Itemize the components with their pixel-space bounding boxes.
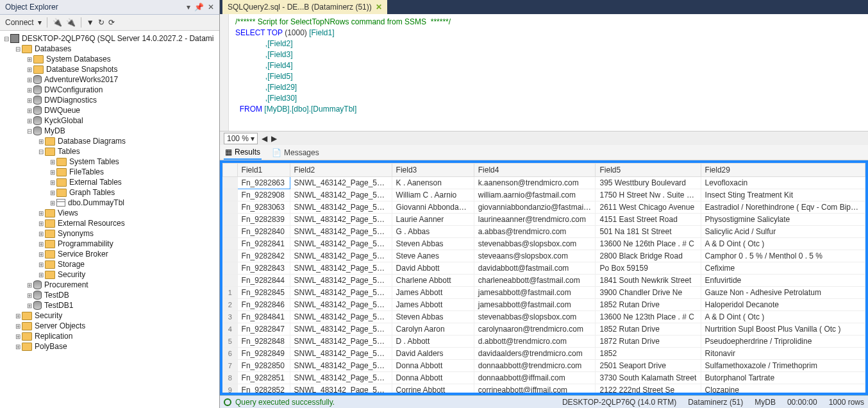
- toolbar-icon[interactable]: ⟳: [108, 18, 115, 27]
- cell[interactable]: jamesabbott@fastmail.com: [474, 299, 596, 311]
- expander-icon[interactable]: ⊞: [49, 179, 56, 186]
- cell[interactable]: davidaalders@trendmicro.com: [474, 348, 596, 360]
- cell[interactable]: SNWL_483142_Page_5659: [290, 323, 392, 336]
- table-row[interactable]: 2Fn_9282846SNWL_483142_Page_5658James Ab…: [223, 299, 865, 311]
- expander-icon[interactable]: ⊟: [26, 128, 33, 135]
- table-row[interactable]: Fn_9282841SNWL_483142_Page_5658Steven Ab…: [223, 238, 865, 250]
- cell[interactable]: Fn_9282908: [237, 189, 290, 201]
- cell[interactable]: 501 Na 181 St Street: [596, 226, 701, 238]
- cell[interactable]: Laurie Aanner: [392, 214, 474, 226]
- expander-icon[interactable]: ⊞: [14, 323, 22, 330]
- expander-icon[interactable]: ⊟: [3, 35, 10, 42]
- cell[interactable]: william.aarnio@fastmail.com: [474, 189, 596, 201]
- cell[interactable]: carolynaaron@trendmicro.com: [474, 323, 596, 336]
- table-row[interactable]: 3Fn_9284841SNWL_483142_Page_5658Steven A…: [223, 311, 865, 323]
- tree-node[interactable]: ⊞Views: [0, 208, 219, 218]
- cell[interactable]: 13600 Ne 123th Place . # C: [596, 311, 701, 323]
- cell[interactable]: Fn_9282850: [237, 360, 290, 372]
- cell[interactable]: Eastradiol / Norethindrone ( Eqv - Com B…: [701, 201, 865, 214]
- tree-node[interactable]: ⊞Programmability: [0, 239, 219, 249]
- table-row[interactable]: Fn_9282844SNWL_483142_Page_5658Charlene …: [223, 275, 865, 287]
- cell[interactable]: 1872 Rutan Drive: [596, 336, 701, 348]
- cell[interactable]: Butorphanol Tartrate: [701, 372, 865, 384]
- tree-server-node[interactable]: ⊟ DESKTOP-2QLP76Q (SQL Server 14.0.2027.…: [0, 33, 219, 44]
- messages-tab[interactable]: 📄 Messages: [271, 146, 321, 159]
- connect-button[interactable]: Connect: [5, 18, 34, 27]
- column-header[interactable]: Field4: [474, 164, 596, 177]
- cell[interactable]: 13600 Ne 126th Place . # C: [596, 238, 701, 250]
- cell[interactable]: 1852 Rutan Drive: [596, 323, 701, 336]
- table-row[interactable]: Fn_9282863SNWL_463142_Page_5661K . Aanen…: [223, 177, 865, 189]
- pin-icon[interactable]: 📌: [194, 3, 204, 12]
- expander-icon[interactable]: ⊞: [37, 251, 45, 258]
- cell[interactable]: Steven Abbas: [392, 238, 474, 250]
- tree-node[interactable]: ⊞dbo.DummayTbl: [0, 198, 219, 208]
- cell[interactable]: 2122 222nd Street Se: [596, 384, 701, 396]
- expander-icon[interactable]: ⊞: [26, 87, 33, 94]
- toolbar-icon[interactable]: 🔌: [53, 18, 62, 27]
- tree-node[interactable]: ⊞Security: [0, 269, 219, 280]
- toolbar-icon[interactable]: 🔌: [66, 18, 76, 27]
- cell[interactable]: Salicylic Acid / Sulfur: [701, 226, 865, 238]
- cell[interactable]: Ritonavir: [701, 348, 865, 360]
- cell[interactable]: SNWL_483142_Page_5658: [290, 275, 392, 287]
- cell[interactable]: G . Abbas: [392, 226, 474, 238]
- table-row[interactable]: Fn_9282843SNWL_483142_Page_5658David Abb…: [223, 262, 865, 275]
- table-row[interactable]: 1Fn_9282845SNWL_483142_Page_5658James Ab…: [223, 287, 865, 299]
- tree-node[interactable]: ⊟Tables: [0, 146, 219, 157]
- tree-node[interactable]: ⊞External Resources: [0, 218, 219, 228]
- cell[interactable]: Insect Sting Treatment Kit: [701, 189, 865, 201]
- expander-icon[interactable]: ⊞: [26, 97, 33, 104]
- cell[interactable]: Physostigmine Salicylate: [701, 214, 865, 226]
- expander-icon[interactable]: ⊞: [14, 333, 22, 340]
- results-grid[interactable]: Field1Field2Field3Field4Field5Field29 Fn…: [222, 163, 865, 395]
- cell[interactable]: stevenabbas@slopsbox.com: [474, 238, 596, 250]
- dropdown-icon[interactable]: ▾: [187, 3, 190, 12]
- expander-icon[interactable]: ⊞: [49, 169, 56, 176]
- sql-editor[interactable]: /****** Script for SelectTopNRows comman…: [220, 14, 868, 131]
- cell[interactable]: SNWL_483142_Page_5659: [290, 336, 392, 348]
- cell[interactable]: Fn_9282851: [237, 372, 290, 384]
- cell[interactable]: SNWL_483142_Page_5658: [290, 287, 392, 299]
- cell[interactable]: steveaans@slopsbox.com: [474, 250, 596, 262]
- tree-node[interactable]: ⊞Procurement: [0, 280, 219, 290]
- table-row[interactable]: Fn_9282839SNWL_483142_Page_5658Laurie Aa…: [223, 214, 865, 226]
- tree-node[interactable]: ⊞TestDB: [0, 290, 219, 300]
- expander-icon[interactable]: ⊟: [37, 148, 45, 155]
- cell[interactable]: Fn_9282843: [237, 262, 290, 275]
- tree-node[interactable]: ⊞Service Broker: [0, 249, 219, 259]
- cell[interactable]: SNWL_483142_Page_5658: [290, 250, 392, 262]
- expander-icon[interactable]: ⊞: [37, 230, 45, 237]
- tab-close-icon[interactable]: ✕: [376, 3, 382, 12]
- cell[interactable]: SNWL_483142_Page_5659: [290, 372, 392, 384]
- cell[interactable]: donnaabbott@trendmicro.com: [474, 360, 596, 372]
- nav-prev-icon[interactable]: ◀: [262, 134, 267, 143]
- column-header[interactable]: Field29: [701, 164, 865, 177]
- zoom-select[interactable]: 100 % ▾: [224, 133, 258, 144]
- table-row[interactable]: Fn_9283063SNWL_483142_Page_5588Giovanni …: [223, 201, 865, 214]
- cell[interactable]: 3730 South Kalamath Street: [596, 372, 701, 384]
- cell[interactable]: SNWL_483142_Page_5658: [290, 226, 392, 238]
- cell[interactable]: Donna Abbott: [392, 372, 474, 384]
- cell[interactable]: Clozapine: [701, 384, 865, 396]
- tree-node[interactable]: ⊞Graph Tables: [0, 187, 219, 198]
- cell[interactable]: a.abbas@trendmicro.com: [474, 226, 596, 238]
- tree-node[interactable]: ⊞AdventureWorks2017: [0, 74, 219, 85]
- cell[interactable]: James Abbott: [392, 299, 474, 311]
- cell[interactable]: SNWL_483142_Page_5588: [290, 201, 392, 214]
- cell[interactable]: 1852: [596, 348, 701, 360]
- cell[interactable]: Sulfamethoxazole / Trimethoprim: [701, 360, 865, 372]
- cell[interactable]: 3900 Chandler Drive Ne: [596, 287, 701, 299]
- cell[interactable]: Po Box 59159: [596, 262, 701, 275]
- tree-node[interactable]: ⊞DWConfiguration: [0, 85, 219, 95]
- cell[interactable]: Giovanni Abbondanzio: [392, 201, 474, 214]
- expander-icon[interactable]: ⊞: [26, 107, 33, 114]
- cell[interactable]: Corrine Abbott: [392, 384, 474, 396]
- cell[interactable]: William C . Aarnio: [392, 189, 474, 201]
- cell[interactable]: 2800 Black Bridge Road: [596, 250, 701, 262]
- editor-code[interactable]: /****** Script for SelectTopNRows comman…: [229, 14, 868, 131]
- tree-node[interactable]: ⊞Replication: [0, 331, 219, 341]
- cell[interactable]: Fn_9282839: [237, 214, 290, 226]
- table-row[interactable]: 4Fn_9282847SNWL_483142_Page_5659Carolyn …: [223, 323, 865, 336]
- tree-node[interactable]: ⊞Database Snapshots: [0, 64, 219, 74]
